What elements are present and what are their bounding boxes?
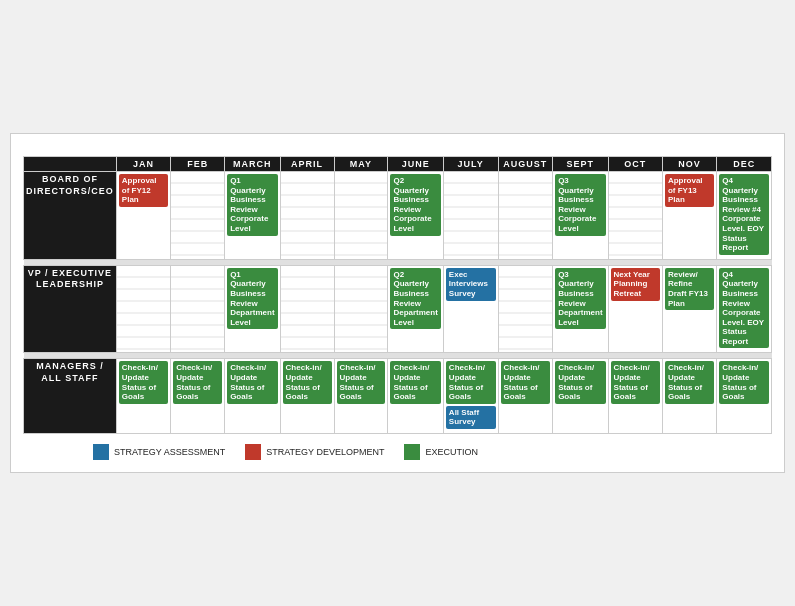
cell-0-6 bbox=[443, 171, 498, 259]
month-header-august: AUGUST bbox=[498, 156, 553, 171]
cell-2-8: Check-in/ Update Status of Goals bbox=[553, 359, 608, 434]
cell-0-10: Approval of FY13 Plan bbox=[662, 171, 716, 259]
legend-item-blue: STRATEGY ASSESSMENT bbox=[93, 444, 225, 460]
legend-item-red: STRATEGY DEVELOPMENT bbox=[245, 444, 384, 460]
event-block: Q2 Quarterly Business Review Department … bbox=[390, 268, 440, 330]
month-header-oct: OCT bbox=[608, 156, 662, 171]
cell-1-4 bbox=[334, 265, 388, 353]
month-header-june: JUNE bbox=[388, 156, 443, 171]
calendar-row-2: MANAGERS / ALL STAFFCheck-in/ Update Sta… bbox=[24, 359, 772, 434]
event-block: Exec Interviews Survey bbox=[446, 268, 496, 301]
cell-1-7 bbox=[498, 265, 553, 353]
month-header-feb: FEB bbox=[171, 156, 225, 171]
cell-0-11: Q4 Quarterly Business Review #4 Corporat… bbox=[717, 171, 772, 259]
event-block: Q2 Quarterly Business Review Corporate L… bbox=[390, 174, 440, 236]
event-block: Check-in/ Update Status of Goals bbox=[390, 361, 440, 403]
month-header-nov: NOV bbox=[662, 156, 716, 171]
cell-0-7 bbox=[498, 171, 553, 259]
row-label-0: BOARD OF DIRECTORS/CEO bbox=[24, 171, 117, 259]
calendar-row-0: BOARD OF DIRECTORS/CEOApproval of FY12 P… bbox=[24, 171, 772, 259]
header-row: JANFEBMARCHAPRILMAYJUNEJULYAUGUSTSEPTOCT… bbox=[24, 156, 772, 171]
cell-2-11: Check-in/ Update Status of Goals bbox=[717, 359, 772, 434]
cell-0-4 bbox=[334, 171, 388, 259]
cell-2-5: Check-in/ Update Status of Goals bbox=[388, 359, 443, 434]
cell-1-10: Review/ Refine Draft FY13 Plan bbox=[662, 265, 716, 353]
legend-color-green bbox=[404, 444, 420, 460]
cell-1-6: Exec Interviews Survey bbox=[443, 265, 498, 353]
cell-0-3 bbox=[280, 171, 334, 259]
event-block: Check-in/ Update Status of Goals bbox=[446, 361, 496, 403]
cell-0-1 bbox=[171, 171, 225, 259]
event-block: Check-in/ Update Status of Goals bbox=[119, 361, 168, 403]
cell-0-9 bbox=[608, 171, 662, 259]
event-block: Approval of FY12 Plan bbox=[119, 174, 168, 207]
cell-0-0: Approval of FY12 Plan bbox=[116, 171, 170, 259]
event-block: All Staff Survey bbox=[446, 406, 496, 429]
cell-1-11: Q4 Quarterly Business Review Corporate L… bbox=[717, 265, 772, 353]
event-block: Approval of FY13 Plan bbox=[665, 174, 714, 207]
cell-2-9: Check-in/ Update Status of Goals bbox=[608, 359, 662, 434]
event-block: Check-in/ Update Status of Goals bbox=[611, 361, 660, 403]
legend-color-blue bbox=[93, 444, 109, 460]
event-block: Check-in/ Update Status of Goals bbox=[719, 361, 769, 403]
month-header-may: MAY bbox=[334, 156, 388, 171]
row-label-2: MANAGERS / ALL STAFF bbox=[24, 359, 117, 434]
cell-1-1 bbox=[171, 265, 225, 353]
event-block: Review/ Refine Draft FY13 Plan bbox=[665, 268, 714, 310]
event-block: Check-in/ Update Status of Goals bbox=[227, 361, 277, 403]
event-block: Check-in/ Update Status of Goals bbox=[337, 361, 386, 403]
cell-0-2: Q1 Quarterly Business Review Corporate L… bbox=[225, 171, 280, 259]
cell-2-1: Check-in/ Update Status of Goals bbox=[171, 359, 225, 434]
empty-header bbox=[24, 156, 117, 171]
month-header-jan: JAN bbox=[116, 156, 170, 171]
cell-2-7: Check-in/ Update Status of Goals bbox=[498, 359, 553, 434]
cell-2-0: Check-in/ Update Status of Goals bbox=[116, 359, 170, 434]
event-block: Check-in/ Update Status of Goals bbox=[555, 361, 605, 403]
event-block: Q3 Quarterly Business Review Corporate L… bbox=[555, 174, 605, 236]
calendar-row-1: VP / EXECUTIVE LEADERSHIPQ1 Quarterly Bu… bbox=[24, 265, 772, 353]
calendar-table: JANFEBMARCHAPRILMAYJUNEJULYAUGUSTSEPTOCT… bbox=[23, 156, 772, 434]
cell-1-5: Q2 Quarterly Business Review Department … bbox=[388, 265, 443, 353]
month-header-march: MARCH bbox=[225, 156, 280, 171]
legend-label-blue: STRATEGY ASSESSMENT bbox=[114, 447, 225, 457]
event-block: Next Year Planning Retreat bbox=[611, 268, 660, 301]
cell-2-6: Check-in/ Update Status of GoalsAll Staf… bbox=[443, 359, 498, 434]
cell-0-8: Q3 Quarterly Business Review Corporate L… bbox=[553, 171, 608, 259]
cell-1-8: Q3 Quarterly Business Review Department … bbox=[553, 265, 608, 353]
month-header-july: JULY bbox=[443, 156, 498, 171]
cell-0-5: Q2 Quarterly Business Review Corporate L… bbox=[388, 171, 443, 259]
cell-1-3 bbox=[280, 265, 334, 353]
cell-2-10: Check-in/ Update Status of Goals bbox=[662, 359, 716, 434]
cell-2-3: Check-in/ Update Status of Goals bbox=[280, 359, 334, 434]
month-header-april: APRIL bbox=[280, 156, 334, 171]
cell-2-2: Check-in/ Update Status of Goals bbox=[225, 359, 280, 434]
event-block: Q1 Quarterly Business Review Corporate L… bbox=[227, 174, 277, 236]
cell-1-9: Next Year Planning Retreat bbox=[608, 265, 662, 353]
event-block: Q4 Quarterly Business Review #4 Corporat… bbox=[719, 174, 769, 255]
legend-label-red: STRATEGY DEVELOPMENT bbox=[266, 447, 384, 457]
event-block: Q1 Quarterly Business Review Department … bbox=[227, 268, 277, 330]
legend-item-green: EXECUTION bbox=[404, 444, 478, 460]
cell-1-2: Q1 Quarterly Business Review Department … bbox=[225, 265, 280, 353]
legend: STRATEGY ASSESSMENTSTRATEGY DEVELOPMENTE… bbox=[23, 444, 772, 460]
event-block: Q4 Quarterly Business Review Corporate L… bbox=[719, 268, 769, 349]
month-header-dec: DEC bbox=[717, 156, 772, 171]
event-block: Check-in/ Update Status of Goals bbox=[501, 361, 551, 403]
event-block: Check-in/ Update Status of Goals bbox=[173, 361, 222, 403]
legend-color-red bbox=[245, 444, 261, 460]
event-block: Q3 Quarterly Business Review Department … bbox=[555, 268, 605, 330]
legend-label-green: EXECUTION bbox=[425, 447, 478, 457]
event-block: Check-in/ Update Status of Goals bbox=[665, 361, 714, 403]
main-container: JANFEBMARCHAPRILMAYJUNEJULYAUGUSTSEPTOCT… bbox=[10, 133, 785, 473]
row-label-1: VP / EXECUTIVE LEADERSHIP bbox=[24, 265, 117, 353]
cell-2-4: Check-in/ Update Status of Goals bbox=[334, 359, 388, 434]
event-block: Check-in/ Update Status of Goals bbox=[283, 361, 332, 403]
cell-1-0 bbox=[116, 265, 170, 353]
month-header-sept: SEPT bbox=[553, 156, 608, 171]
